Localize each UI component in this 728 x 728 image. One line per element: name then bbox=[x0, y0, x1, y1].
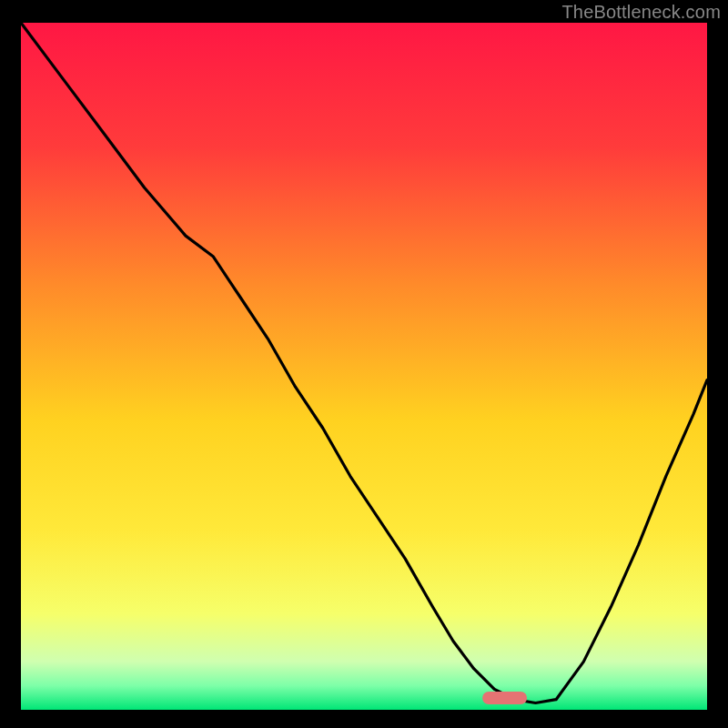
watermark-text: TheBottleneck.com bbox=[561, 2, 721, 23]
bottleneck-chart bbox=[0, 0, 728, 728]
chart-stage: TheBottleneck.com bbox=[0, 0, 728, 728]
plot-area bbox=[21, 23, 707, 710]
target-marker bbox=[482, 692, 527, 704]
